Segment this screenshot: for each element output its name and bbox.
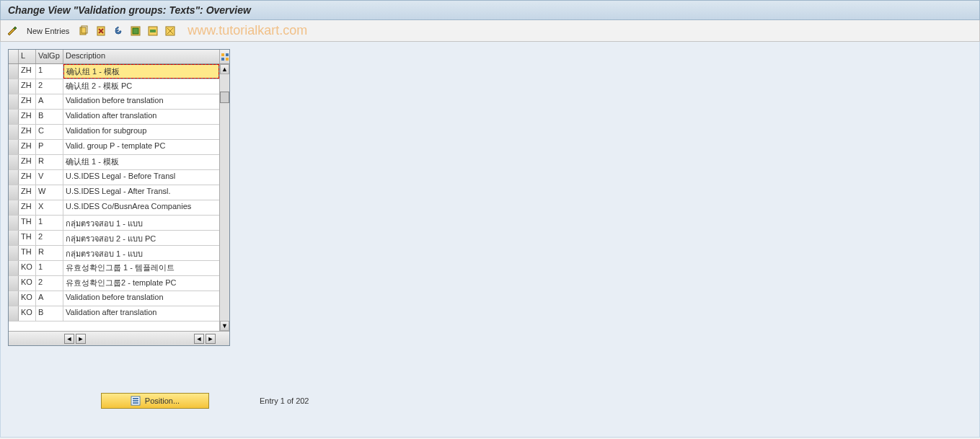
cell-l[interactable]: ZH	[19, 155, 36, 169]
row-selector[interactable]	[9, 125, 19, 139]
cell-valgp[interactable]: R	[36, 155, 63, 169]
cell-valgp[interactable]: V	[36, 170, 63, 185]
cell-description[interactable]: กลุ่มตรวจสอบ 1 - แบบ	[63, 216, 219, 230]
cell-description[interactable]: 유효성확인그룹 1 - 템플레이트	[63, 261, 219, 275]
cell-l[interactable]: TH	[19, 216, 36, 230]
table-config-button[interactable]	[219, 50, 229, 63]
cell-description[interactable]: Validation after translation	[63, 306, 219, 321]
cell-l[interactable]: ZH	[19, 79, 36, 94]
cell-valgp[interactable]: 2	[36, 276, 63, 291]
scroll-up-button[interactable]: ▲	[220, 64, 229, 74]
cell-valgp[interactable]: 2	[36, 231, 63, 245]
row-selector[interactable]	[9, 170, 19, 185]
cell-valgp[interactable]: X	[36, 200, 63, 215]
hscroll-left-end-button[interactable]: ◄	[194, 334, 204, 344]
cell-valgp[interactable]: C	[36, 125, 63, 139]
header-valgp[interactable]: ValGp	[36, 50, 63, 63]
data-table: L ValGp Description ZH1确认组 1 - 模板ZH2确认组 …	[8, 49, 230, 346]
cell-description[interactable]: 确认组 2 - 模板 PC	[63, 79, 219, 94]
cell-valgp[interactable]: B	[36, 110, 63, 124]
hscroll-left-button[interactable]: ◄	[64, 334, 74, 344]
copy-as-icon[interactable]	[76, 24, 91, 38]
row-selector[interactable]	[9, 140, 19, 154]
cell-description[interactable]: U.S.IDES Co/BusnArea Companies	[63, 200, 219, 215]
scroll-down-button[interactable]: ▼	[220, 321, 229, 331]
cell-l[interactable]: ZH	[19, 64, 36, 79]
cell-l[interactable]: ZH	[19, 94, 36, 109]
position-button[interactable]: Position...	[101, 393, 209, 409]
cell-valgp[interactable]: W	[36, 185, 63, 200]
cell-valgp[interactable]: R	[36, 246, 63, 260]
cell-l[interactable]: ZH	[19, 110, 36, 124]
cell-valgp[interactable]: 2	[36, 79, 63, 94]
cell-l[interactable]: ZH	[19, 170, 36, 185]
table-row: THRกลุ่มตรวจสอบ 1 - แบบ	[9, 246, 229, 261]
cell-description[interactable]: Validation for subgroup	[63, 125, 219, 139]
cell-description[interactable]: 确认组 1 - 模板	[63, 64, 219, 79]
row-selector[interactable]	[9, 261, 19, 275]
cell-l[interactable]: ZH	[19, 185, 36, 200]
cell-l[interactable]: TH	[19, 231, 36, 245]
cell-valgp[interactable]: 1	[36, 216, 63, 230]
cell-valgp[interactable]: A	[36, 94, 63, 109]
hscroll-right-end-button[interactable]: ►	[206, 334, 216, 344]
row-selector[interactable]	[9, 306, 19, 321]
row-selector[interactable]	[9, 246, 19, 260]
row-selector[interactable]	[9, 276, 19, 291]
cell-description[interactable]: U.S.IDES Legal - After Transl.	[63, 185, 219, 200]
row-selector[interactable]	[9, 185, 19, 200]
row-selector[interactable]	[9, 200, 19, 215]
cell-l[interactable]: TH	[19, 246, 36, 260]
cell-l[interactable]: KO	[19, 306, 36, 321]
table-row: TH1กลุ่มตรวจสอบ 1 - แบบ	[9, 216, 229, 231]
row-selector[interactable]	[9, 110, 19, 124]
scroll-track[interactable]	[220, 74, 229, 321]
row-selector[interactable]	[9, 79, 19, 94]
delete-icon[interactable]	[94, 24, 108, 38]
cell-l[interactable]: ZH	[19, 140, 36, 154]
deselect-all-icon[interactable]	[163, 24, 177, 38]
horizontal-scroll-row: ◄ ► ◄ ►	[9, 331, 229, 345]
svg-rect-18	[133, 400, 138, 402]
cell-description[interactable]: Valid. group P - template PC	[63, 140, 219, 154]
new-entries-button[interactable]: New Entries	[22, 25, 74, 37]
cell-description[interactable]: Validation after translation	[63, 110, 219, 124]
row-selector[interactable]	[9, 291, 19, 306]
cell-valgp[interactable]: 1	[36, 64, 63, 79]
row-selector[interactable]	[9, 231, 19, 245]
cell-description[interactable]: กลุ่มตรวจสอบ 1 - แบบ	[63, 246, 219, 260]
vertical-scrollbar[interactable]: ▲ ▼	[219, 64, 229, 331]
header-l[interactable]: L	[19, 50, 36, 63]
cell-valgp[interactable]: A	[36, 291, 63, 306]
scroll-thumb[interactable]	[220, 92, 229, 103]
hscroll-right-button[interactable]: ►	[76, 334, 86, 344]
cell-valgp[interactable]: P	[36, 140, 63, 154]
header-selector[interactable]	[9, 50, 19, 63]
select-block-icon[interactable]	[146, 24, 160, 38]
table-row: KOAValidation before translation	[9, 291, 229, 306]
row-selector[interactable]	[9, 64, 19, 79]
row-selector[interactable]	[9, 94, 19, 109]
table-row: ZHPValid. group P - template PC	[9, 140, 229, 155]
cell-description[interactable]: กลุ่มตรวจสอบ 2 - แบบ PC	[63, 231, 219, 245]
cell-l[interactable]: ZH	[19, 125, 36, 139]
cell-l[interactable]: KO	[19, 276, 36, 291]
cell-valgp[interactable]: B	[36, 306, 63, 321]
change-display-icon[interactable]	[5, 24, 19, 38]
cell-description[interactable]: Validation before translation	[63, 291, 219, 306]
cell-description[interactable]: 유효성확인그룹2 - template PC	[63, 276, 219, 291]
header-description[interactable]: Description	[63, 50, 219, 63]
cell-l[interactable]: KO	[19, 261, 36, 275]
cell-description[interactable]: Validation before translation	[63, 94, 219, 109]
cell-l[interactable]: ZH	[19, 200, 36, 215]
svg-rect-19	[133, 402, 138, 404]
row-selector[interactable]	[9, 216, 19, 230]
cell-description[interactable]: 确认组 1 - 模板	[63, 155, 219, 169]
cell-description[interactable]: U.S.IDES Legal - Before Transl	[63, 170, 219, 185]
undo-icon[interactable]	[111, 24, 125, 38]
select-all-icon[interactable]	[128, 24, 143, 38]
cell-l[interactable]: KO	[19, 291, 36, 306]
row-selector[interactable]	[9, 155, 19, 169]
cell-valgp[interactable]: 1	[36, 261, 63, 275]
table-row: KO2유효성확인그룹2 - template PC	[9, 276, 229, 291]
